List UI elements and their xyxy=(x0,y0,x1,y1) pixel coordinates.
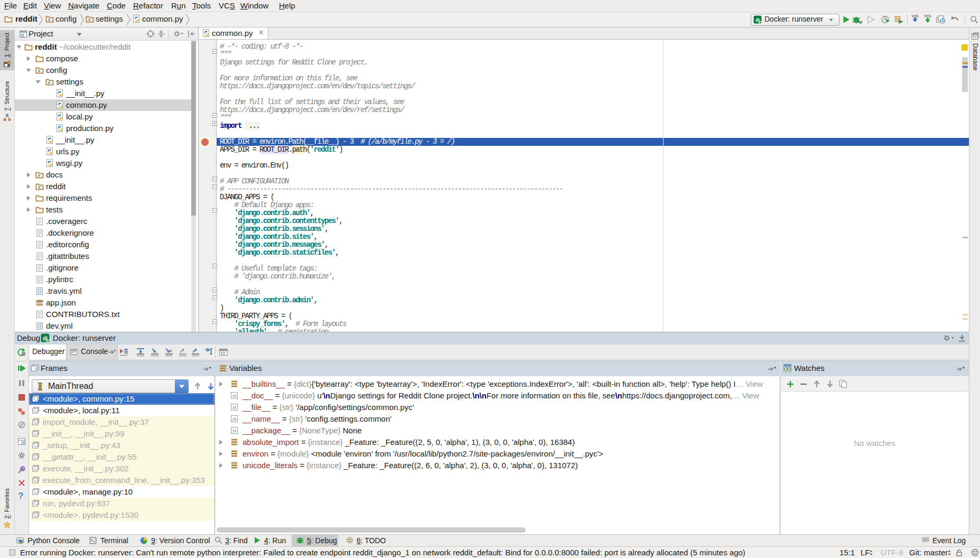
svg-text:39: 39 xyxy=(232,406,237,410)
svg-text:VCS: VCS xyxy=(911,14,919,18)
svg-text:dj: dj xyxy=(755,17,760,23)
svg-text:dj: dj xyxy=(43,336,48,341)
svg-text:s: s xyxy=(34,367,36,371)
svg-text:39: 39 xyxy=(232,417,237,421)
svg-text:VCS: VCS xyxy=(924,14,931,18)
svg-text:JSON: JSON xyxy=(36,302,43,305)
svg-text:39: 39 xyxy=(232,394,237,398)
svg-text:39: 39 xyxy=(232,429,237,433)
